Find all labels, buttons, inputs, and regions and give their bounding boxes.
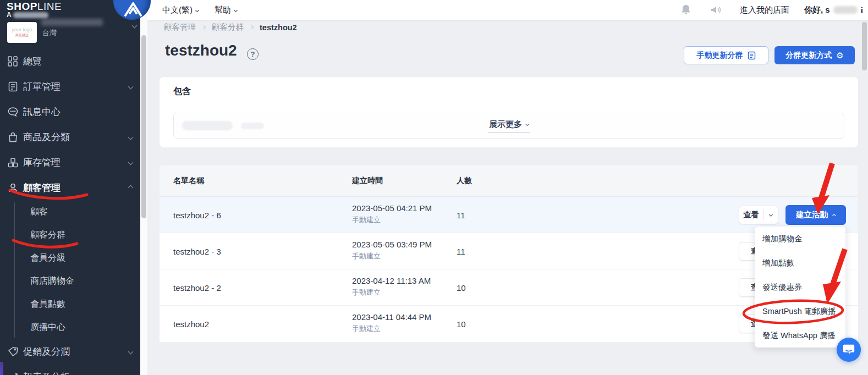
chevron-right-icon [202, 25, 206, 29]
page-title: testzhou2 [165, 42, 237, 59]
table-header-row: 名單名稱 建立時間 人數 [160, 165, 858, 197]
sidebar-subitem-customer[interactable]: 顧客 [0, 200, 140, 223]
chevron-down-icon [525, 122, 529, 125]
chevron-up-icon [128, 185, 134, 190]
sidebar-item-label: 訊息中心 [23, 106, 61, 118]
sidebar-item-products[interactable]: 商品及分類 [0, 124, 140, 150]
blurred-app-name [13, 12, 48, 18]
menu-item-label: 增加購物金 [762, 234, 803, 244]
sidebar-item-inventory[interactable]: 庫存管理 [0, 150, 140, 175]
sidebar-subitem-broadcast-center[interactable]: 廣播中心 [0, 316, 140, 339]
question-glyph: ? [251, 50, 255, 58]
show-more-label: 展示更多 [489, 119, 522, 130]
created-method: 手動建立 [352, 324, 431, 334]
analytics-chart-icon [8, 372, 18, 375]
user-greeting[interactable]: 你好, s i [804, 0, 863, 20]
chevron-down-icon [128, 134, 134, 140]
blurred-condition-tag [182, 121, 233, 130]
chevron-down-icon [128, 159, 134, 165]
megaphone-icon [710, 4, 722, 16]
created-method: 手動建立 [352, 288, 431, 297]
inventory-boxes-icon [8, 157, 18, 168]
list-name: testzhou2 [173, 319, 209, 329]
create-campaign-button[interactable]: 建立活動 [785, 205, 846, 225]
sidebar-item-overview[interactable]: 總覽 [0, 48, 140, 74]
menu-item-add-store-credit[interactable]: 增加購物金 [755, 227, 845, 251]
notifications-button[interactable] [680, 0, 692, 20]
member-count: 11 [457, 246, 465, 256]
sidebar-item-orders[interactable]: 訂單管理 [0, 74, 140, 99]
sidebar-scrollbar-track [140, 0, 147, 375]
sidebar: SHOPLINE A your logo 商店標誌 台灣 總覽 訂單管理 訊息中 [0, 0, 140, 375]
create-campaign-label: 建立活動 [796, 209, 828, 220]
sidebar-item-promotions[interactable]: 促銷及分潤 [0, 339, 140, 364]
sidebar-subitem-store-credit[interactable]: 商店購物金 [0, 269, 140, 293]
sidebar-item-analytics[interactable]: 報表及分析 [0, 364, 140, 375]
app-name-blurred: A [7, 11, 48, 19]
sidebar-subitem-member-points[interactable]: 會員點數 [0, 293, 140, 316]
help-circle-icon[interactable]: ? [247, 48, 259, 60]
breadcrumb: 顧客管理 顧客分群 testzhou2 [164, 22, 297, 32]
member-count: 10 [457, 319, 466, 329]
greeting-label: 你好, s [804, 5, 830, 15]
table-row: testzhou2 - 2 2023-04-12 11:13 AM手動建立 10… [160, 269, 858, 306]
subitem-label: 商店購物金 [30, 275, 74, 287]
created-time: 2023-05-05 03:49 PM [352, 240, 432, 249]
subitem-label: 廣播中心 [30, 322, 65, 333]
dashboard-icon [8, 56, 18, 67]
breadcrumb-customers[interactable]: 顧客管理 [164, 22, 196, 32]
price-tag-icon [8, 346, 18, 357]
chevron-down-icon [128, 349, 134, 354]
corner-artifact [0, 362, 3, 375]
page-scrollbar-thumb[interactable] [862, 22, 867, 70]
menu-item-label: 增加點數 [762, 258, 794, 268]
brand-bold: SHOP [7, 1, 37, 12]
store-logo[interactable]: your logo 商店標誌 [7, 22, 37, 43]
sidebar-item-messages[interactable]: 訊息中心 [0, 99, 140, 124]
language-selector[interactable]: 中文(繁) [162, 0, 199, 20]
include-conditions-card: 包含 展示更多 [160, 77, 858, 147]
language-label: 中文(繁) [162, 5, 193, 15]
chevron-down-icon [128, 84, 134, 89]
menu-item-label: 發送 WhatsApp 廣播 [762, 330, 836, 341]
enter-store-link[interactable]: 進入我的店面 [740, 0, 789, 20]
sidebar-subitem-customer-segments[interactable]: 顧客分群 [0, 223, 140, 246]
blurred-store-name [41, 19, 103, 26]
sidebar-scrollbar-thumb[interactable] [141, 35, 146, 218]
sidebar-subitem-member-tiers[interactable]: 會員分級 [0, 246, 140, 269]
create-campaign-dropdown: 增加購物金 增加點數 發送優惠券 SmartPush 電郵廣播 發送 Whats… [755, 227, 845, 348]
blurred-condition-tag [241, 123, 264, 129]
sidebar-item-label: 訂單管理 [23, 80, 61, 93]
help-menu[interactable]: 幫助 [215, 0, 237, 20]
table-row: testzhou2 - 3 2023-05-05 03:49 PM手動建立 11… [160, 233, 858, 269]
table-row: testzhou2 2023-04-11 04:44 PM手動建立 10 查看 [160, 306, 858, 342]
subitem-label: 顧客 [30, 206, 48, 218]
breadcrumb-segments[interactable]: 顧客分群 [212, 22, 244, 32]
submenu-indent-line [14, 202, 15, 338]
view-split-button[interactable]: 查看 [739, 206, 778, 224]
announcements-button[interactable] [710, 0, 722, 20]
chat-widget-button[interactable] [837, 338, 861, 362]
menu-item-whatsapp-broadcast[interactable]: 發送 WhatsApp 廣播 [755, 323, 845, 348]
list-name: testzhou2 - 6 [173, 210, 221, 219]
menu-item-smartpush-email[interactable]: SmartPush 電郵廣播 [755, 299, 845, 323]
sidebar-item-customers[interactable]: 顧客管理 [0, 175, 140, 200]
show-more-link[interactable]: 展示更多 [488, 119, 530, 133]
message-bubble-icon [8, 107, 18, 117]
chat-bubble-icon [842, 344, 855, 356]
menu-item-add-points[interactable]: 增加點數 [755, 251, 845, 275]
sidebar-item-label: 顧客管理 [23, 181, 61, 194]
update-method-label: 分群更新方式 [785, 51, 832, 60]
store-selector-chevron-icon[interactable] [132, 23, 138, 29]
menu-item-send-coupon[interactable]: 發送優惠券 [755, 275, 845, 299]
bell-icon [680, 4, 692, 16]
sidebar-item-label: 促銷及分潤 [23, 345, 70, 358]
chevron-up-icon [832, 213, 836, 217]
gear-icon: ⚙ [836, 51, 843, 60]
segment-update-method-button[interactable]: 分群更新方式 ⚙ [774, 46, 855, 64]
created-time: 2023-04-11 04:44 PM [352, 312, 431, 322]
manual-update-segment-button[interactable]: 手動更新分群 [684, 46, 768, 64]
subitem-label: 會員分級 [30, 252, 65, 264]
app-letter: A [7, 11, 12, 19]
sidebar-item-label: 庫存管理 [23, 156, 61, 169]
